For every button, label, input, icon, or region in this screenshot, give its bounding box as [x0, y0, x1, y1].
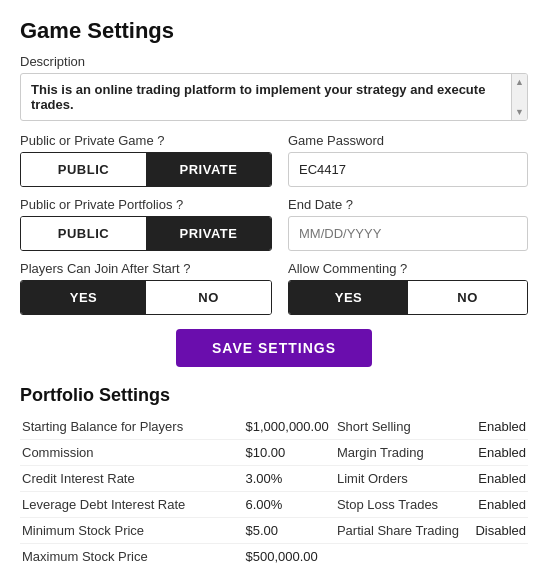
- allow-commenting-no[interactable]: NO: [408, 281, 527, 314]
- portfolio-row-right-value: [467, 544, 528, 570]
- portfolio-row: Minimum Stock Price $5.00 Partial Share …: [20, 518, 528, 544]
- portfolio-row-label: Leverage Debt Interest Rate: [20, 492, 244, 518]
- description-text: This is an online trading platform to im…: [31, 82, 485, 112]
- portfolio-section-title: Portfolio Settings: [20, 385, 528, 406]
- scroll-up-icon[interactable]: ▲: [515, 77, 524, 87]
- portfolio-row-right-label: Margin Trading: [335, 440, 467, 466]
- allow-commenting-toggle[interactable]: YES NO: [288, 280, 528, 315]
- players-join-no[interactable]: NO: [146, 281, 271, 314]
- portfolio-visibility-public[interactable]: PUBLIC: [21, 217, 146, 250]
- portfolio-row-label: Maximum Stock Price: [20, 544, 244, 570]
- players-join-label: Players Can Join After Start ?: [20, 261, 272, 276]
- portfolio-row-right-value: Disabled: [467, 518, 528, 544]
- description-scrollbar[interactable]: ▲ ▼: [511, 74, 527, 120]
- portfolio-row-value: 6.00%: [244, 492, 335, 518]
- portfolio-row-label: Minimum Stock Price: [20, 518, 244, 544]
- portfolio-row-right-label: Partial Share Trading: [335, 518, 467, 544]
- portfolio-row: Starting Balance for Players $1,000,000.…: [20, 414, 528, 440]
- page-title: Game Settings: [20, 18, 528, 44]
- portfolio-row-right-label: Short Selling: [335, 414, 467, 440]
- scroll-down-icon[interactable]: ▼: [515, 107, 524, 117]
- portfolio-row: Credit Interest Rate 3.00% Limit Orders …: [20, 466, 528, 492]
- portfolio-table: Starting Balance for Players $1,000,000.…: [20, 414, 528, 569]
- save-settings-button[interactable]: SAVE SETTINGS: [176, 329, 372, 367]
- players-join-toggle[interactable]: YES NO: [20, 280, 272, 315]
- portfolio-row-label: Starting Balance for Players: [20, 414, 244, 440]
- portfolio-visibility-private[interactable]: PRIVATE: [146, 217, 271, 250]
- end-date-label: End Date ?: [288, 197, 528, 212]
- portfolio-visibility-toggle[interactable]: PUBLIC PRIVATE: [20, 216, 272, 251]
- portfolio-row-right-label: Stop Loss Trades: [335, 492, 467, 518]
- description-label: Description: [20, 54, 528, 69]
- game-visibility-public[interactable]: PUBLIC: [21, 153, 146, 186]
- portfolio-row-right-label: Limit Orders: [335, 466, 467, 492]
- portfolio-row-value: $10.00: [244, 440, 335, 466]
- portfolio-row-right-value: Enabled: [467, 466, 528, 492]
- portfolio-row-value: 3.00%: [244, 466, 335, 492]
- portfolio-row: Commission $10.00 Margin Trading Enabled: [20, 440, 528, 466]
- portfolio-visibility-label: Public or Private Portfolios ?: [20, 197, 272, 212]
- portfolio-row-right-value: Enabled: [467, 492, 528, 518]
- allow-commenting-label: Allow Commenting ?: [288, 261, 528, 276]
- portfolio-row: Maximum Stock Price $500,000.00: [20, 544, 528, 570]
- players-join-yes[interactable]: YES: [21, 281, 146, 314]
- portfolio-row: Leverage Debt Interest Rate 6.00% Stop L…: [20, 492, 528, 518]
- portfolio-row-label: Credit Interest Rate: [20, 466, 244, 492]
- game-password-input[interactable]: [288, 152, 528, 187]
- portfolio-row-right-value: Enabled: [467, 414, 528, 440]
- portfolio-row-value: $1,000,000.00: [244, 414, 335, 440]
- game-password-label: Game Password: [288, 133, 528, 148]
- game-visibility-toggle[interactable]: PUBLIC PRIVATE: [20, 152, 272, 187]
- portfolio-row-right-label: [335, 544, 467, 570]
- portfolio-row-value: $5.00: [244, 518, 335, 544]
- allow-commenting-yes[interactable]: YES: [289, 281, 408, 314]
- game-visibility-label: Public or Private Game ?: [20, 133, 272, 148]
- description-box[interactable]: This is an online trading platform to im…: [20, 73, 528, 121]
- game-visibility-private[interactable]: PRIVATE: [146, 153, 271, 186]
- end-date-input[interactable]: [288, 216, 528, 251]
- portfolio-row-label: Commission: [20, 440, 244, 466]
- portfolio-row-value: $500,000.00: [244, 544, 335, 570]
- portfolio-row-right-value: Enabled: [467, 440, 528, 466]
